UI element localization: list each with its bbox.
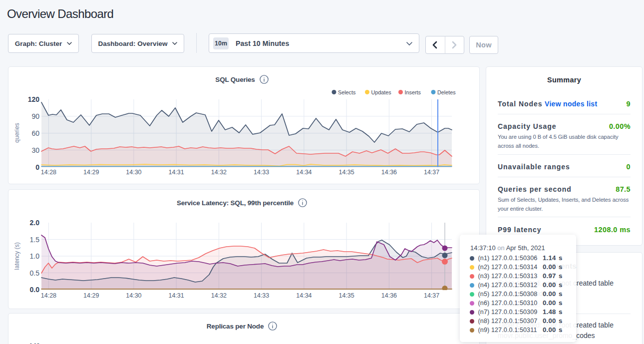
svg-text:14:33: 14:33: [254, 292, 269, 299]
svg-text:14:32: 14:32: [211, 292, 227, 299]
svg-text:14:37: 14:37: [424, 169, 439, 176]
svg-text:14:37: 14:37: [424, 292, 439, 299]
svg-text:1.5: 1.5: [30, 236, 40, 244]
svg-text:2.0: 2.0: [30, 219, 40, 227]
svg-text:Updates: Updates: [371, 89, 392, 95]
svg-text:14:28: 14:28: [41, 292, 56, 299]
svg-text:14:29: 14:29: [83, 169, 99, 176]
svg-text:14:32: 14:32: [211, 169, 227, 176]
svg-text:14:35: 14:35: [338, 292, 354, 299]
svg-text:14:34: 14:34: [296, 292, 312, 299]
svg-text:queries: queries: [13, 123, 20, 142]
svg-text:Deletes: Deletes: [437, 89, 456, 95]
svg-text:14:31: 14:31: [168, 169, 184, 176]
svg-text:Selects: Selects: [338, 89, 356, 95]
svg-text:60: 60: [31, 129, 39, 137]
svg-text:140: 140: [29, 342, 40, 344]
svg-text:Inserts: Inserts: [405, 89, 421, 95]
svg-text:0.0: 0.0: [30, 286, 40, 294]
svg-text:latency (s): latency (s): [13, 242, 20, 270]
svg-text:120: 120: [28, 95, 40, 103]
svg-text:14:36: 14:36: [381, 169, 397, 176]
svg-text:14:30: 14:30: [126, 169, 141, 176]
svg-text:14:34: 14:34: [296, 169, 312, 176]
svg-text:1.0: 1.0: [30, 252, 40, 260]
svg-text:0.5: 0.5: [30, 269, 40, 277]
svg-text:30: 30: [31, 146, 39, 154]
svg-text:14:33: 14:33: [254, 169, 269, 176]
svg-text:90: 90: [31, 112, 39, 120]
svg-text:14:29: 14:29: [83, 292, 99, 299]
svg-text:14:35: 14:35: [338, 169, 354, 176]
svg-text:14:36: 14:36: [381, 292, 397, 299]
svg-text:14:31: 14:31: [168, 292, 184, 299]
svg-text:0: 0: [35, 163, 39, 171]
svg-text:14:28: 14:28: [41, 169, 56, 176]
svg-text:14:30: 14:30: [126, 292, 141, 299]
